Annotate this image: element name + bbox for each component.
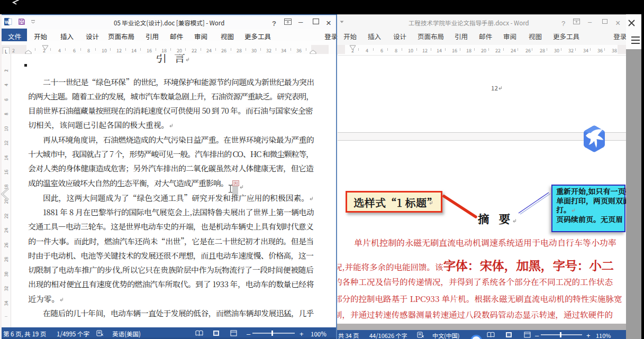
svg-text:W: W: [5, 20, 10, 25]
